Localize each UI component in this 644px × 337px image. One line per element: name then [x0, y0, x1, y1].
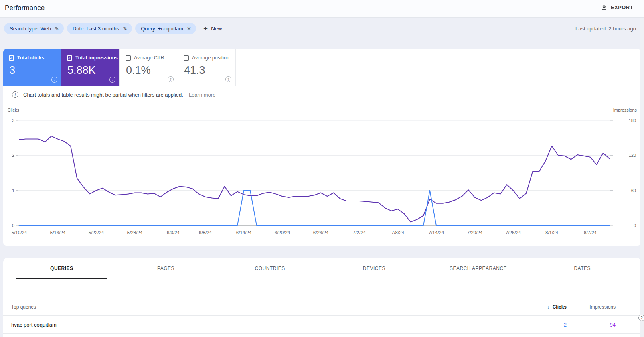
table-toolbar [3, 279, 641, 298]
tab-label: DEVICES [363, 266, 385, 271]
metric-value: 3 [9, 64, 15, 77]
left-axis-tick-label: 3 [12, 118, 14, 123]
chip-query-filter[interactable]: Query: +coquitlam ✕ [135, 23, 196, 34]
checkbox-checked-icon[interactable]: ✓ [67, 55, 72, 61]
chip-search-type[interactable]: Search type: Web ✎ [4, 23, 64, 34]
top-queries-header: Top queries [11, 304, 36, 310]
help-icon[interactable]: ? [51, 77, 57, 83]
page-title: Performance [5, 4, 45, 12]
x-axis-tick-label: 6/26/24 [313, 230, 329, 235]
metric-value: 41.3 [184, 64, 205, 77]
notice-text: Chart totals and table results might be … [23, 92, 183, 98]
tab-label: COUNTRIES [255, 266, 285, 271]
filter-bar: Search type: Web ✎ Date: Last 3 months ✎… [4, 23, 226, 34]
checkbox-checked-icon[interactable]: ✓ [9, 55, 14, 61]
x-axis-tick-label: 7/26/24 [506, 230, 521, 235]
metric-card-average-ctr[interactable]: Average CTR 0.1% ? [119, 49, 178, 86]
tab-label: DATES [574, 266, 591, 271]
clicks-line [19, 191, 610, 225]
metric-label: Average CTR [134, 55, 164, 61]
tab-label: SEARCH APPEARANCE [450, 266, 507, 271]
right-axis-title: Impressions [613, 108, 637, 112]
left-axis-tick-label: 2 [12, 153, 14, 158]
right-axis-tick-label: 180 [629, 118, 636, 123]
x-axis-tick-label: 5/16/24 [50, 230, 66, 235]
checkbox-unchecked-icon[interactable] [126, 55, 131, 61]
tab-devices[interactable]: DEVICES [322, 258, 426, 279]
x-axis-tick-label: 5/22/24 [89, 230, 104, 235]
edit-icon[interactable]: ✎ [55, 26, 59, 32]
tab-pages[interactable]: PAGES [114, 258, 218, 279]
clicks-column-header[interactable]: ↓Clicks [547, 304, 567, 310]
metric-label: Total impressions [75, 55, 118, 61]
left-axis-tick-label: 0 [12, 223, 14, 228]
new-filter-label: New [211, 26, 222, 32]
clicks-cell: 2 [564, 322, 567, 328]
x-axis-tick-label: 6/3/24 [167, 230, 180, 235]
chip-label: Query: +coquitlam [141, 26, 183, 32]
help-button[interactable]: ? [638, 315, 644, 321]
card-header: ✓ Total clicks [9, 55, 44, 61]
tab-countries[interactable]: COUNTRIES [218, 258, 322, 279]
x-axis-tick-label: 7/14/24 [429, 230, 444, 235]
impressions-column-header[interactable]: Impressions [589, 304, 616, 310]
metric-value: 5.88K [67, 64, 96, 77]
new-filter-button[interactable]: + New [199, 23, 226, 34]
help-icon[interactable]: ? [109, 77, 115, 83]
tab-dates[interactable]: DATES [530, 258, 634, 279]
filter-list-icon[interactable] [610, 286, 618, 291]
x-axis-tick-label: 8/1/24 [545, 230, 559, 235]
metric-label: Total clicks [17, 55, 44, 61]
left-axis-title: Clicks [8, 108, 20, 112]
query-cell: hvac port coquitlam [11, 322, 57, 328]
table-header-row: Top queries ↓Clicks Impressions [3, 298, 641, 316]
tab-search-appearance[interactable]: SEARCH APPEARANCE [426, 258, 531, 279]
help-icon[interactable]: ? [225, 76, 231, 82]
x-axis-tick-label: 7/2/24 [353, 230, 366, 235]
right-axis-tick-label: 120 [629, 153, 636, 158]
metric-card-total-impressions[interactable]: ✓ Total impressions 5.88K ? [61, 49, 119, 86]
top-bar: Performance EXPORT [0, 0, 644, 18]
dimensions-panel: QUERIES PAGES COUNTRIES DEVICES SEARCH A… [3, 258, 641, 337]
learn-more-link[interactable]: Learn more [189, 92, 215, 98]
info-icon: i [12, 91, 18, 98]
export-label: EXPORT [611, 5, 633, 10]
x-axis-tick-label: 8/7/24 [584, 230, 597, 235]
chip-label: Search type: Web [10, 26, 51, 32]
tab-queries[interactable]: QUERIES [10, 258, 114, 279]
clicks-header-label: Clicks [553, 304, 567, 310]
impressions-line [19, 136, 610, 222]
chip-date-range[interactable]: Date: Last 3 months ✎ [67, 23, 132, 34]
metric-card-total-clicks[interactable]: ✓ Total clicks 3 ? [3, 49, 61, 86]
last-updated-text: Last updated: 2 hours ago [575, 26, 636, 32]
checkbox-unchecked-icon[interactable] [184, 55, 189, 61]
export-button[interactable]: EXPORT [601, 4, 633, 11]
scrollbar[interactable] [640, 18, 644, 337]
edit-icon[interactable]: ✎ [123, 26, 127, 32]
x-axis-tick-label: 7/20/24 [467, 230, 483, 235]
performance-chart: 0123060120180ClicksImpressions5/10/245/1… [3, 105, 641, 242]
metric-label: Average position [192, 55, 229, 61]
partial-data-notice: i Chart totals and table results might b… [12, 91, 215, 98]
tab-label: QUERIES [50, 266, 73, 271]
metric-cards: ✓ Total clicks 3 ? ✓ Total impressions 5… [3, 49, 641, 86]
metric-value: 0.1% [126, 64, 151, 77]
x-axis-tick-label: 6/20/24 [275, 230, 290, 235]
metric-card-average-position[interactable]: Average position 41.3 ? [178, 49, 236, 86]
x-axis-tick-label: 5/10/24 [12, 230, 27, 235]
right-axis-tick-label: 0 [634, 223, 636, 228]
chip-label: Date: Last 3 months [73, 26, 119, 32]
table-row[interactable]: hvac port coquitlam 2 94 [3, 316, 641, 334]
help-icon[interactable]: ? [168, 76, 174, 82]
plus-icon: + [203, 25, 208, 32]
tab-label: PAGES [157, 266, 174, 271]
card-header: Average CTR [126, 55, 164, 61]
impressions-cell: 94 [610, 322, 616, 328]
left-axis-tick-label: 1 [12, 188, 14, 193]
x-axis-tick-label: 6/14/24 [236, 230, 252, 235]
x-axis-tick-label: 5/28/24 [127, 230, 143, 235]
chart-svg: 0123060120180ClicksImpressions5/10/245/1… [3, 105, 641, 240]
close-icon[interactable]: ✕ [187, 26, 191, 32]
x-axis-tick-label: 6/8/24 [199, 230, 212, 235]
dimension-tabs: QUERIES PAGES COUNTRIES DEVICES SEARCH A… [3, 258, 641, 279]
